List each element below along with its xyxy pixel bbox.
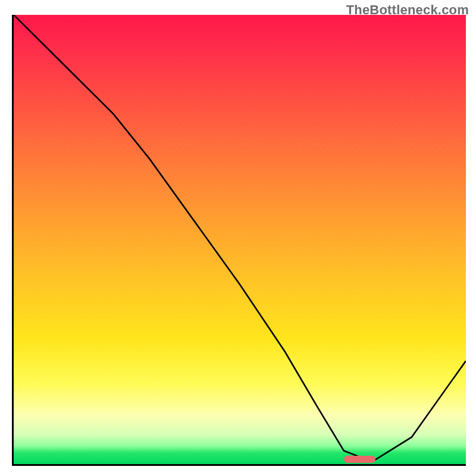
optimum-marker [344,456,375,463]
bottleneck-curve [14,15,466,464]
chart-container: TheBottleneck.com [0,0,476,476]
plot-area [12,15,466,466]
